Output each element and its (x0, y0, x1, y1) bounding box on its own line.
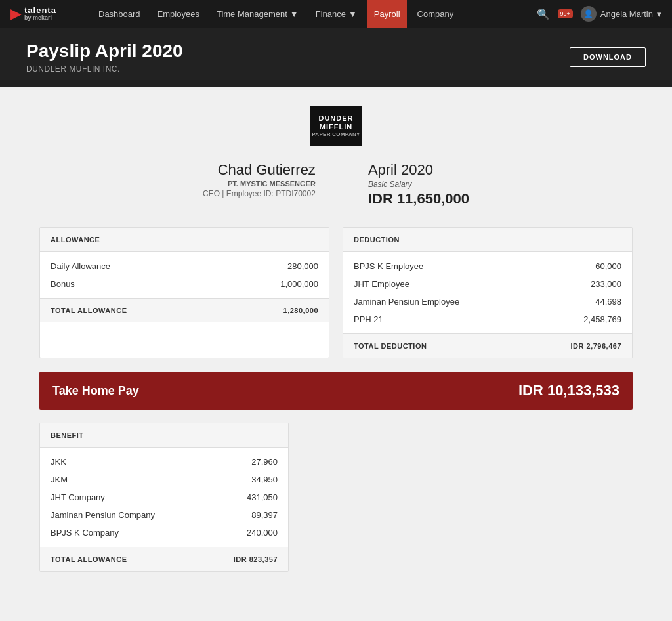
take-home-label: Take Home Pay (52, 384, 139, 398)
item-label: JHT Employee (354, 279, 410, 289)
company-name: DUNDLER MUFLIN INC. (26, 64, 183, 74)
item-label: BPJS K Employee (354, 261, 423, 271)
benefit-table: BENEFIT JKK 27,960 JKM 34,950 JHT Compan… (39, 423, 289, 572)
item-label: PPH 21 (354, 314, 383, 324)
take-home-pay: Take Home Pay IDR 10,133,533 (39, 372, 633, 410)
item-label: JKM (51, 475, 68, 484)
deduction-footer: TOTAL DEDUCTION IDR 2,796,467 (343, 333, 632, 358)
item-amount: 1,000,000 (280, 279, 318, 289)
allowance-body: Daily Allowance 280,000 Bonus 1,000,000 (40, 252, 329, 298)
list-item: JHT Company 431,050 (40, 488, 288, 506)
list-item: BPJS K Employee 60,000 (343, 257, 632, 275)
brand-logo[interactable]: ▶ talenta by mekari (10, 6, 76, 22)
tables-row: ALLOWANCE Daily Allowance 280,000 Bonus … (39, 227, 633, 358)
logo-line3: PAPER COMPANY (312, 131, 360, 138)
employee-role: CEO | Employee ID: PTDI70002 (203, 189, 316, 198)
brand-text: talenta by mekari (24, 6, 56, 22)
total-label: TOTAL ALLOWANCE (51, 307, 127, 314)
salary-label: Basic Salary (368, 180, 469, 189)
logo-line1: DUNDER (318, 114, 353, 123)
item-label: Jaminan Pensiun Company (51, 510, 155, 520)
salary-amount: IDR 11,650,000 (368, 190, 469, 207)
item-label: Jaminan Pensiun Employee (354, 297, 459, 307)
list-item: Bonus 1,000,000 (40, 275, 329, 293)
allowance-footer: TOTAL ALLOWANCE 1,280,000 (40, 298, 329, 322)
item-amount: 2,458,769 (583, 314, 621, 324)
item-label: Daily Allowance (51, 261, 110, 271)
list-item: BPJS K Company 240,000 (40, 524, 288, 542)
item-amount: 44,698 (595, 297, 621, 307)
logo-line2: MIFFLIN (320, 123, 352, 131)
employee-name: Chad Gutierrez (203, 161, 316, 179)
list-item: JKK 27,960 (40, 453, 288, 471)
take-home-amount: IDR 10,133,533 (518, 382, 620, 399)
item-amount: 233,000 (591, 279, 621, 289)
item-amount: 431,050 (247, 492, 278, 502)
allowance-table: ALLOWANCE Daily Allowance 280,000 Bonus … (39, 227, 329, 358)
chevron-down-icon: ▼ (290, 9, 299, 19)
brand-sub: by mekari (24, 15, 56, 22)
chevron-down-icon: ▼ (348, 9, 357, 19)
nav-payroll[interactable]: Payroll (368, 0, 407, 28)
benefit-footer: TOTAL ALLOWANCE IDR 823,357 (40, 547, 288, 571)
nav-time-management[interactable]: Time Management ▼ (210, 0, 305, 28)
list-item: Jaminan Pensiun Employee 44,698 (343, 293, 632, 310)
item-label: JHT Company (51, 492, 105, 502)
company-logo: DUNDER MIFFLIN PAPER COMPANY (310, 106, 362, 146)
list-item: JHT Employee 233,000 (343, 275, 632, 293)
nav-dashboard[interactable]: Dashboard (92, 0, 147, 28)
benefit-body: JKK 27,960 JKM 34,950 JHT Company 431,05… (40, 448, 288, 547)
search-icon[interactable]: 🔍 (537, 8, 550, 20)
nav-right: 🔍 99+ 👤 Angela Martin ▾ (537, 6, 662, 22)
total-amount: 1,280,000 (284, 307, 318, 314)
download-button[interactable]: DOWNLOAD (570, 47, 646, 67)
nav-company[interactable]: Company (411, 0, 461, 28)
brand-icon: ▶ (10, 6, 20, 22)
list-item: Daily Allowance 280,000 (40, 257, 329, 275)
benefit-header: BENEFIT (40, 423, 288, 448)
chevron-down-icon: ▾ (657, 9, 662, 19)
item-label: BPJS K Company (51, 528, 119, 538)
user-menu[interactable]: 👤 Angela Martin ▾ (581, 6, 662, 22)
item-label: Bonus (51, 279, 75, 289)
list-item: Jaminan Pensiun Company 89,397 (40, 506, 288, 524)
employee-left: Chad Gutierrez PT. MYSTIC MESSENGER CEO … (203, 161, 316, 198)
item-amount: 89,397 (251, 510, 278, 520)
notification-badge[interactable]: 99+ (558, 9, 573, 18)
logo-area: DUNDER MIFFLIN PAPER COMPANY (39, 106, 633, 146)
page-title: Payslip April 2020 (26, 41, 183, 62)
total-label: TOTAL DEDUCTION (354, 342, 427, 350)
total-label: TOTAL ALLOWANCE (51, 555, 127, 563)
avatar: 👤 (581, 6, 597, 22)
nav-employees[interactable]: Employees (151, 0, 206, 28)
nav-links: Dashboard Employees Time Management ▼ Fi… (92, 0, 521, 28)
main-content: DUNDER MIFFLIN PAPER COMPANY Chad Gutier… (0, 87, 672, 591)
user-name: Angela Martin (600, 9, 653, 19)
page-header: Payslip April 2020 DUNDLER MUFLIN INC. D… (0, 28, 672, 87)
total-amount: IDR 823,357 (234, 555, 278, 563)
total-amount: IDR 2,796,467 (571, 342, 621, 350)
list-item: PPH 21 2,458,769 (343, 310, 632, 328)
employee-company: PT. MYSTIC MESSENGER (203, 180, 316, 188)
allowance-header: ALLOWANCE (40, 228, 329, 252)
item-amount: 60,000 (595, 261, 621, 271)
brand-name: talenta (24, 6, 56, 15)
employee-info: Chad Gutierrez PT. MYSTIC MESSENGER CEO … (39, 161, 633, 207)
item-amount: 280,000 (287, 261, 318, 271)
item-amount: 240,000 (247, 528, 278, 538)
header-left: Payslip April 2020 DUNDLER MUFLIN INC. (26, 41, 183, 74)
nav-finance[interactable]: Finance ▼ (309, 0, 364, 28)
period-label: April 2020 (368, 161, 469, 179)
item-label: JKK (51, 457, 66, 467)
list-item: JKM 34,950 (40, 471, 288, 488)
deduction-table: DEDUCTION BPJS K Employee 60,000 JHT Emp… (343, 227, 633, 358)
item-amount: 34,950 (251, 475, 278, 484)
deduction-header: DEDUCTION (343, 228, 632, 252)
deduction-body: BPJS K Employee 60,000 JHT Employee 233,… (343, 252, 632, 333)
item-amount: 27,960 (251, 457, 278, 467)
employee-right: April 2020 Basic Salary IDR 11,650,000 (368, 161, 469, 207)
navbar: ▶ talenta by mekari Dashboard Employees … (0, 0, 672, 28)
